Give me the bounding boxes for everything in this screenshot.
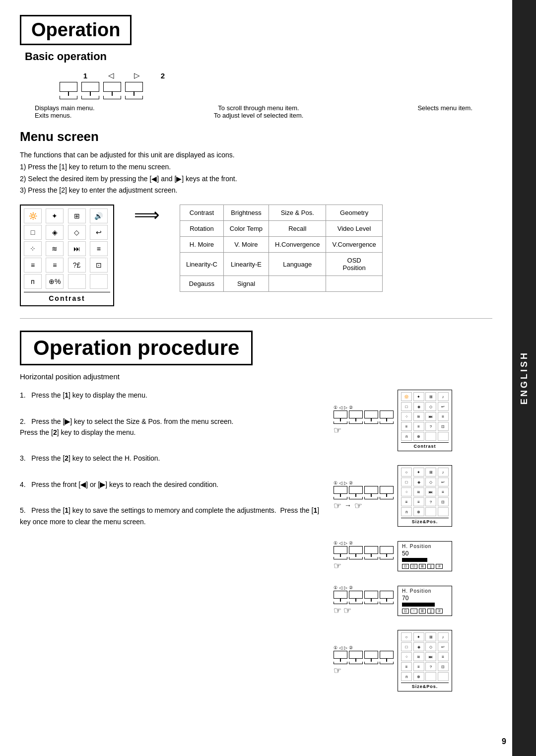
hpos-ctrl-1[interactable]: ⊡	[402, 564, 409, 569]
table-cell: Degauss	[180, 276, 224, 292]
step-3-btn-group: ①◁▷②	[334, 541, 394, 571]
step-2-screen: ○ ✦ ⊞ ♪ □ ◈ ◇ ↩ ⁘ ≋ ⏭ ≡	[398, 465, 452, 527]
btn-left-group	[81, 82, 99, 99]
icon-cell: ≋	[46, 241, 64, 256]
btn-label-1: 1	[74, 71, 96, 80]
step-2-num: 2.	[20, 417, 29, 425]
desc-line2: 1) Press the [1] key to return to the me…	[20, 161, 492, 173]
step-5-text: Press the [1] key to save the settings t…	[20, 506, 319, 525]
icon-cell: ≡	[24, 258, 42, 273]
hpos-ctrl-2[interactable]: ⊡	[410, 564, 417, 569]
icon-cell: ◇	[68, 225, 86, 240]
table-cell: Contrast	[180, 205, 224, 221]
table-row: Contrast Brightness Size & Pos. Geometry	[180, 205, 383, 221]
icon-cell: ⁘	[24, 241, 42, 256]
step-3-diagram: ①◁▷②	[334, 541, 492, 571]
s4-b1	[334, 591, 347, 604]
hpos-ctrl-4-5[interactable]: ②	[436, 609, 443, 614]
hpos-ctrl-4[interactable]: ||	[427, 564, 434, 569]
s5-b3	[364, 651, 378, 664]
op-proc-subtitle: Horizontal position adjustment	[20, 372, 492, 381]
btn-left-stem	[90, 92, 91, 96]
hpos-ctrl-4-2[interactable]: ↔	[410, 609, 417, 614]
step-1: 1. Press the [1] key to display the menu…	[20, 390, 324, 401]
table-cell: Linearity-E	[223, 253, 268, 276]
steps-diagrams-col: ①◁▷②	[334, 390, 492, 700]
icon-cell: ᴨ	[24, 274, 42, 289]
steps-section: 1. Press the [1] key to display the menu…	[20, 390, 492, 700]
table-cell	[326, 276, 382, 292]
btn-2-group	[125, 82, 143, 99]
hand-icon-4b: ☞	[343, 605, 351, 616]
small-icon-grid-1: 🔆 ✦ ⊞ ♪ □ ◈ ◇ ↩ ⁘ ≋ ⏭ ≡	[401, 392, 449, 441]
hpos-value-4: 70	[402, 595, 448, 602]
s3-b4	[380, 546, 394, 559]
icon-cell: □	[24, 225, 42, 240]
btn-right[interactable]	[103, 82, 121, 92]
step-2-btn-group: ①◁▷②	[334, 481, 394, 511]
s4-b2	[349, 591, 363, 604]
hpos-ctrl-5[interactable]: ②	[436, 564, 443, 569]
icon-cell: ⊡	[90, 258, 108, 273]
hand-icon-3: ☞	[334, 560, 394, 571]
s5-b1	[334, 651, 347, 664]
annotation-left: Displays main menu. Exits menus.	[35, 104, 124, 119]
table-row: Rotation Color Temp Recall Video Level	[180, 221, 383, 237]
buttons-row	[60, 82, 492, 99]
table-cell: Language	[269, 253, 326, 276]
annotation-center: To scroll through menu item. To adjust l…	[124, 104, 393, 119]
menu-table: Contrast Brightness Size & Pos. Geometry…	[180, 205, 383, 292]
icon-cell: ◈	[46, 225, 64, 240]
hpos-ctrl-3[interactable]: ⊞	[419, 564, 426, 569]
s3-b3	[364, 546, 378, 559]
icon-grid: 🔆 ✦ ⊞ 🔊 □ ◈ ◇ ↩ ⁘ ≋ ⏭ ≡	[24, 208, 110, 289]
annotation-center-line2: To adjust level of selected item.	[124, 112, 393, 119]
s4-b3	[364, 591, 378, 604]
table-cell: H.Convergence	[269, 237, 326, 253]
icon-cell: 🔆	[24, 208, 42, 223]
btn-1[interactable]	[60, 82, 77, 92]
menu-layout: 🔆 ✦ ⊞ 🔊 □ ◈ ◇ ↩ ⁘ ≋ ⏭ ≡	[20, 205, 492, 306]
btn-2[interactable]	[125, 82, 143, 92]
desc-line3: 2) Select the desired item by pressing t…	[20, 173, 492, 185]
hpos-bar-3	[402, 558, 427, 562]
btn-2-base	[125, 96, 143, 99]
step-3-text: Press the [2] key to select the H. Posit…	[31, 454, 160, 462]
step-4-btn-group: ①◁▷②	[334, 585, 394, 616]
btn-right-group	[103, 82, 121, 99]
btn-left[interactable]	[81, 82, 99, 92]
icon-cell: ≡	[46, 258, 64, 273]
operation-title-box: Operation	[20, 15, 132, 45]
step-1-diagram: ①◁▷②	[334, 390, 492, 451]
table-cell: Linearity-C	[180, 253, 224, 276]
btn-left-base	[81, 96, 99, 99]
s5-b4	[380, 651, 394, 664]
s1-b2	[349, 411, 363, 424]
icon-cell: ✦	[46, 208, 64, 223]
hpos-ctrl-4-1[interactable]: ⊡	[402, 609, 409, 614]
steps-text-col: 1. Press the [1] key to display the menu…	[20, 390, 334, 700]
hpos-ctrl-4-4[interactable]: ||	[427, 609, 434, 614]
step-5-screen: ○ ✦ ⊞ ♪ □ ◈ ◇ ↩ ⁘ ≋ ⏭ ≡	[398, 630, 452, 691]
step-4-num: 4.	[20, 481, 29, 488]
s1-b4	[380, 411, 394, 424]
hpos-ctrl-4-3[interactable]: ⊞	[419, 609, 426, 614]
step-2-diagram: ①◁▷②	[334, 465, 492, 527]
s2-b2	[349, 486, 363, 499]
table-cell: Geometry	[326, 205, 382, 221]
icon-grid-label: Contrast	[24, 292, 110, 302]
step-2-text: Press the [▶] key to select the Size & P…	[20, 417, 233, 436]
hpos-title-4: H. Position	[402, 588, 448, 594]
small-icon-grid-2: ○ ✦ ⊞ ♪ □ ◈ ◇ ↩ ⁘ ≋ ⏭ ≡	[401, 468, 449, 516]
s3-b1	[334, 546, 347, 559]
btn-right-stem	[112, 92, 113, 96]
step-4: 4. Press the front [◀] or [▶] keys to re…	[20, 479, 324, 490]
hpos-bar-4	[402, 603, 435, 607]
section-divider	[20, 318, 492, 319]
btn-label-right: ▷	[126, 71, 148, 80]
step-2: 2. Press the [▶] key to select the Size …	[20, 416, 324, 438]
btn-1-group	[60, 82, 77, 99]
icon-cell: ≡	[90, 241, 108, 256]
hand-icons-2: ☞ → ☞	[334, 500, 394, 511]
table-cell: Recall	[269, 221, 326, 237]
